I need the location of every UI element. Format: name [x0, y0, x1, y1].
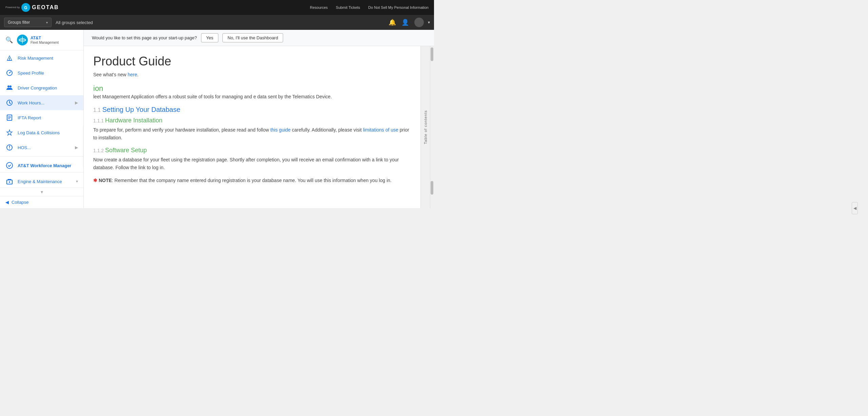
hos-arrow: ▶: [75, 145, 78, 150]
hos-label: HOS...: [18, 145, 71, 150]
engine-maintenance-icon: [5, 177, 14, 185]
note-asterisk: ✱: [93, 178, 97, 183]
sidebar-nav: Risk Management Speed Profile Driver Con…: [0, 51, 83, 187]
toc-sidebar[interactable]: Table of contents: [420, 46, 430, 208]
sidebar-scroll-down[interactable]: ▾: [41, 189, 43, 195]
driver-congregation-icon: [5, 84, 14, 92]
sidebar-item-workforce-manager[interactable]: AT&T Workforce Manager: [0, 158, 83, 171]
geotab-icon: G: [21, 3, 31, 12]
sidebar-item-ifta-report[interactable]: IFTA Report: [0, 110, 83, 125]
sidebar-item-work-hours[interactable]: Work Hours... ▶: [0, 95, 83, 110]
sidebar-item-log-data[interactable]: Log Data & Collisions: [0, 125, 83, 140]
speed-profile-icon: [5, 69, 14, 77]
topbar: Powered by G GEOTAB Resources Submit Tic…: [0, 0, 434, 15]
svg-point-8: [7, 85, 9, 87]
startup-dashboard-button[interactable]: No, I'll use the Dashboard: [222, 33, 283, 42]
sidebar-item-hos[interactable]: HOS... ▶: [0, 140, 83, 155]
intro-body: leet Management Application offers a rob…: [93, 93, 411, 100]
work-hours-icon: [5, 99, 14, 107]
groups-filter-button[interactable]: Groups filter ▾: [4, 18, 52, 27]
h3-hardware-text: Hardware Installation: [105, 117, 162, 124]
topbar-right: Resources Submit Tickets Do Not Sell My …: [310, 5, 429, 9]
see-whats-new-link[interactable]: here: [128, 72, 137, 77]
geotab-logo: Powered by G GEOTAB: [5, 3, 59, 12]
resources-link[interactable]: Resources: [310, 5, 328, 9]
collapse-label: Collapse: [12, 200, 29, 205]
speed-profile-label: Speed Profile: [18, 71, 78, 76]
note-label: NOTE: [97, 178, 112, 183]
startup-banner: Would you like to set this page as your …: [84, 30, 434, 46]
nav-divider-1: [0, 156, 83, 157]
risk-management-label: Risk Management: [18, 56, 78, 61]
svg-point-7: [9, 73, 10, 74]
hardware-para: To prepare for, perform and verify your …: [93, 126, 411, 141]
svg-text:G: G: [24, 5, 27, 10]
risk-management-icon: [5, 54, 14, 62]
h3-software: 1.1.2 Software Setup: [93, 147, 411, 154]
h2-setting-up: 1.1 Setting Up Your Database: [93, 106, 411, 114]
log-data-icon: [5, 128, 14, 137]
product-guide-title: Product Guide: [93, 54, 411, 68]
engine-maintenance-arrow: ▾: [76, 179, 78, 184]
h3-software-text: Software Setup: [105, 147, 147, 154]
do-not-sell-link[interactable]: Do Not Sell My Personal Information: [368, 5, 429, 9]
scroll-thumb-bottom: [431, 181, 433, 195]
see-whats-new: See what's new here.: [93, 72, 411, 77]
h2-prefix-1: 1.1: [93, 107, 102, 113]
att-logo-circle: [17, 35, 28, 45]
ifta-report-icon: [5, 114, 14, 122]
att-text: AT&T Fleet Management: [31, 36, 59, 44]
main-content: Would you like to set this page as your …: [84, 30, 434, 208]
engine-maintenance-label: Engine & Maintenance: [18, 179, 72, 184]
main-layout: 🔍 AT&T Fleet Management: [0, 30, 434, 208]
limitations-link[interactable]: limitations of use: [363, 127, 398, 133]
user-dropdown-arrow: ▾: [428, 20, 430, 25]
workforce-manager-label: AT&T Workforce Manager: [18, 163, 71, 168]
sidebar-header: 🔍 AT&T Fleet Management: [0, 30, 83, 51]
att-brand-subtitle: Fleet Management: [31, 41, 59, 44]
workforce-manager-icon: [5, 161, 14, 170]
this-guide-link[interactable]: this guide: [270, 127, 291, 133]
bell-icon[interactable]: 🔔: [389, 19, 396, 26]
geotab-name: GEOTAB: [32, 4, 59, 11]
sub-topbar: Groups filter ▾ All groups selected 🔔 👤 …: [0, 15, 434, 30]
nav-divider-2: [0, 172, 83, 173]
att-logo: AT&T Fleet Management: [17, 35, 59, 45]
collapse-button[interactable]: ◀ Collapse: [0, 196, 83, 208]
groups-filter-chevron: ▾: [46, 21, 48, 24]
h2-setting-up-text: Setting Up Your Database: [102, 106, 180, 113]
submit-tickets-link[interactable]: Submit Tickets: [336, 5, 360, 9]
hos-icon: [5, 143, 14, 152]
ifta-report-label: IFTA Report: [18, 115, 78, 120]
user-profile[interactable]: ▾: [414, 18, 430, 27]
all-groups-text: All groups selected: [56, 20, 384, 25]
sidebar-item-driver-congregation[interactable]: Driver Congregation: [0, 80, 83, 95]
toc-label: Table of contents: [423, 110, 428, 144]
content-area: Product Guide See what's new here. ion l…: [84, 46, 420, 208]
sidebar-item-speed-profile[interactable]: Speed Profile: [0, 65, 83, 80]
note-text: ✱ NOTE: Remember that the company name e…: [93, 177, 411, 184]
svg-marker-15: [7, 130, 12, 135]
sub-topbar-right: 🔔 👤 ▾: [389, 18, 430, 27]
h3-hardware: 1.1.1 Hardware Installation: [93, 117, 411, 124]
att-brand-title: AT&T: [31, 36, 59, 40]
svg-point-9: [9, 85, 12, 87]
user-icon[interactable]: 👤: [401, 19, 409, 26]
collapse-icon: ◀: [5, 200, 9, 205]
user-avatar: [414, 18, 424, 27]
sidebar-item-risk-management[interactable]: Risk Management: [0, 51, 83, 65]
search-icon[interactable]: 🔍: [5, 36, 13, 44]
work-hours-arrow: ▶: [75, 100, 78, 105]
svg-point-17: [9, 148, 10, 149]
sidebar: 🔍 AT&T Fleet Management: [0, 30, 84, 208]
powered-by-text: Powered by: [5, 6, 20, 9]
h3-prefix-1: 1.1.1: [93, 118, 105, 123]
intro-heading: ion: [93, 84, 411, 93]
scroll-thumb: [431, 47, 433, 61]
startup-yes-button[interactable]: Yes: [201, 33, 218, 42]
scrollbar[interactable]: [430, 46, 434, 208]
startup-question: Would you like to set this page as your …: [92, 35, 197, 40]
software-para: Now create a database for your fleet usi…: [93, 156, 411, 171]
h3-prefix-2: 1.1.2: [93, 148, 105, 153]
sidebar-item-engine-maintenance[interactable]: Engine & Maintenance ▾: [0, 174, 83, 187]
